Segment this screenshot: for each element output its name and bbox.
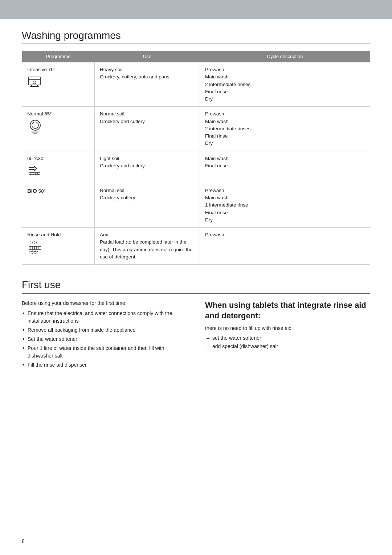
use-cell: Normal soil. Crockery and cutlery — [95, 107, 200, 151]
cycle-text: Prewash — [205, 232, 224, 237]
programme-name: Intensive 70° — [27, 66, 89, 73]
table-row: BIO 50° Normal soil. Crockery cutlery Pr… — [22, 183, 370, 227]
first-use-section: First use Before using your dishwasher f… — [22, 279, 370, 370]
use-main: Normal soil. — [100, 188, 126, 193]
table-row: Intensive 70° Heavy s — [22, 62, 370, 107]
list-item: Remove all packaging from inside the app… — [22, 326, 187, 334]
col-header-use: Use — [95, 51, 200, 62]
first-use-layout: Before using your dishwasher for the fir… — [22, 300, 370, 370]
programme-cell: Normal 65° — [22, 107, 95, 151]
use-cell: Light soil. Crockery and cutlery — [95, 151, 200, 183]
list-item: add special (dishwasher) salt — [205, 342, 370, 350]
programme-name: Normal 65° — [27, 110, 89, 118]
programmes-table: Programme Use Cycle description Intensiv… — [22, 51, 370, 265]
page-number: 8 — [22, 538, 25, 544]
col-header-programme: Programme — [22, 51, 95, 62]
cycle-cell: Prewash — [200, 228, 370, 265]
first-use-title: First use — [22, 279, 370, 291]
programme-name: Rinse and Hold — [27, 231, 89, 238]
use-sub: Crockery and cutlery — [100, 119, 145, 124]
first-use-right-col: When using tablets that integrate rinse … — [205, 300, 370, 370]
tablets-list: set the water softener add special (dish… — [205, 334, 370, 350]
washing-programmes-title: Washing programmes — [22, 30, 370, 41]
cycle-cell: PrewashMain wash2 intermediate rinsesFin… — [200, 62, 370, 107]
svg-point-7 — [32, 122, 38, 128]
top-bar — [0, 0, 392, 19]
use-sub: Crockery cutlery — [100, 195, 135, 200]
programme-name: 65°A30' — [27, 155, 89, 162]
col-header-cycle: Cycle description — [200, 51, 370, 62]
list-item: Ensure that the electrical and water con… — [22, 310, 187, 325]
first-use-divider — [22, 293, 370, 294]
tablets-title: When using tablets that integrate rinse … — [205, 300, 370, 321]
table-row: 65°A30' — [22, 151, 370, 183]
use-cell: Heavy soil. Crockery, cutlery, pots and … — [95, 62, 200, 107]
programme-cell: 65°A30' — [22, 151, 95, 183]
programme-cell: BIO 50° — [22, 183, 95, 227]
use-cell: Normal soil. Crockery cutlery — [95, 183, 200, 227]
svg-point-6 — [30, 120, 40, 130]
fast-icon — [27, 164, 89, 179]
use-cell: Any. Partial load (to be completed later… — [95, 228, 200, 265]
programme-cell: Intensive 70° — [22, 62, 95, 107]
list-item: Pour 1 litre of water inside the salt co… — [22, 344, 187, 360]
use-main: Light soil. — [100, 156, 121, 161]
list-item: Fill the rinse aid dispenser — [22, 361, 187, 369]
table-row: Normal 65° Normal soil. — [22, 107, 370, 151]
tablets-intro: there is no need to fill up with rinse a… — [205, 325, 370, 331]
svg-point-2 — [33, 81, 36, 84]
rinse-icon — [27, 240, 89, 258]
bottom-divider — [22, 385, 370, 385]
use-main: Normal soil. — [100, 111, 126, 117]
cycle-cell: Main washFinal rinse — [200, 151, 370, 183]
washing-programmes-divider — [22, 44, 370, 44]
programme-cell: Rinse and Hold — [22, 228, 95, 265]
first-use-intro: Before using your dishwasher for the fir… — [22, 300, 187, 306]
use-main: Heavy soil. — [100, 67, 124, 72]
cycle-cell: PrewashMain wash2 intermediate rinsesFin… — [200, 107, 370, 151]
use-main: Any. — [100, 232, 109, 237]
first-use-list: Ensure that the electrical and water con… — [22, 310, 187, 369]
use-sub: Partial load (to be completed later in t… — [100, 239, 193, 260]
bio-bold: BIO — [27, 188, 37, 194]
first-use-left-col: Before using your dishwasher for the fir… — [22, 300, 187, 370]
list-item: set the water softener — [205, 334, 370, 342]
table-row: Rinse and Hold — [22, 228, 370, 265]
use-sub: Crockery, cutlery, pots and pans — [100, 74, 170, 79]
normal-icon — [27, 119, 89, 136]
programme-name: BIO 50° — [27, 187, 89, 195]
cycle-cell: PrewashMain wash1 intermediate rinseFina… — [200, 183, 370, 227]
intensive-icon — [27, 75, 89, 90]
list-item: Set the water softener — [22, 335, 187, 343]
use-sub: Crockery and cutlery — [100, 163, 145, 168]
